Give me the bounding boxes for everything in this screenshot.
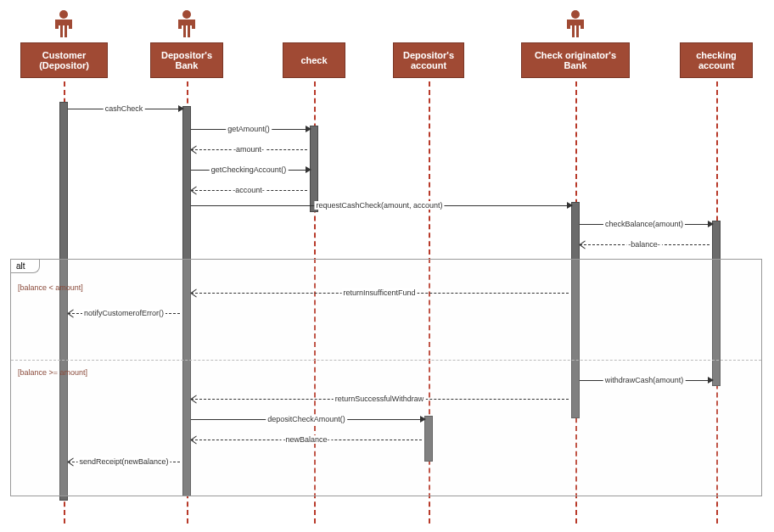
arrowhead-icon (191, 146, 197, 153)
actor-icon (177, 10, 197, 39)
message-label: checkBalance(amount) (603, 220, 685, 228)
message-label: -amount- (232, 145, 266, 154)
sequence-diagram: Customer (Depositor) Depositor's Bank ch… (8, 8, 766, 524)
message-label: -balance- (626, 240, 662, 249)
svg-point-12 (571, 10, 580, 19)
message-label: getAmount() (226, 125, 272, 133)
svg-rect-5 (69, 20, 72, 29)
svg-rect-11 (192, 20, 195, 29)
svg-rect-3 (64, 25, 67, 37)
arrowhead-icon (708, 221, 714, 227)
arrowhead-icon (580, 241, 586, 248)
message-label: getCheckingAccount() (210, 165, 289, 174)
actor-icon (53, 10, 74, 39)
svg-point-0 (59, 10, 68, 19)
message-label: -account- (231, 186, 266, 194)
svg-rect-10 (178, 20, 182, 29)
participant-check: check (283, 42, 345, 78)
message-label: returnInsufficentFund (342, 288, 418, 297)
message-label: notifyCustomerofError() (82, 309, 165, 317)
guard-condition: [balance < amount] (18, 283, 83, 292)
participant-checking-account: checking account (680, 42, 753, 78)
arrowhead-icon (68, 458, 74, 465)
svg-rect-15 (576, 25, 579, 37)
svg-rect-17 (580, 20, 584, 29)
arrowhead-icon (178, 105, 184, 112)
svg-rect-7 (181, 20, 193, 25)
message-label: returnSuccessfulWithdraw (334, 395, 426, 403)
arrowhead-icon (708, 377, 714, 384)
message-label: cashCheck (104, 104, 145, 113)
actor-icon (565, 10, 586, 39)
svg-rect-14 (572, 25, 575, 37)
svg-rect-2 (60, 25, 63, 37)
participant-customer: Customer (Depositor) (20, 42, 108, 78)
message-label: sendReceipt(newBalance) (77, 457, 170, 466)
message-label: requestCashCheck(amount, account) (314, 201, 444, 210)
message-label: withdrawCash(amount) (603, 376, 686, 384)
participant-depositors-bank: Depositor's Bank (150, 42, 223, 78)
message-label: -newBalance- (281, 435, 331, 444)
alt-divider (11, 360, 761, 361)
participant-originators-bank: Check originator's Bank (521, 42, 630, 78)
svg-rect-4 (55, 20, 59, 29)
alt-operator-label: alt (11, 260, 40, 273)
arrowhead-icon (567, 202, 573, 209)
svg-rect-8 (183, 25, 186, 37)
arrowhead-icon (68, 310, 74, 316)
arrowhead-icon (306, 166, 311, 173)
arrowhead-icon (191, 187, 197, 193)
arrowhead-icon (420, 416, 426, 423)
arrowhead-icon (191, 289, 197, 296)
participant-depositors-account: Depositor's account (393, 42, 464, 78)
arrowhead-icon (191, 395, 197, 402)
arrowhead-icon (191, 436, 197, 443)
guard-condition: [balance >= amount] (18, 368, 87, 377)
message-label: depositCheckAmount() (266, 415, 347, 423)
svg-rect-16 (567, 20, 570, 29)
svg-rect-1 (58, 20, 70, 25)
svg-point-6 (182, 10, 191, 19)
arrowhead-icon (306, 126, 311, 132)
svg-rect-9 (188, 25, 190, 37)
svg-rect-13 (569, 20, 581, 25)
